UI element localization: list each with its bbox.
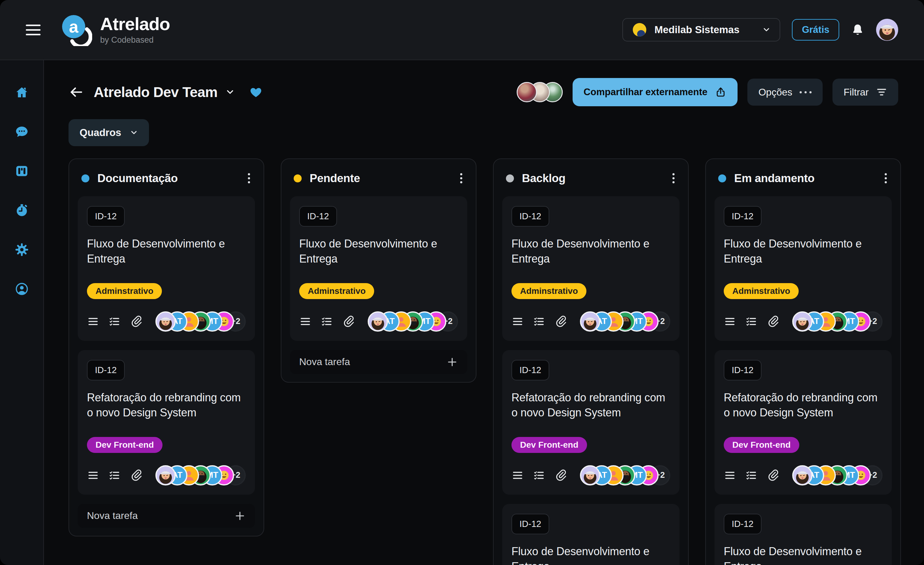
share-icon [715, 86, 726, 98]
task-id-badge: ID-12 [512, 360, 549, 381]
chevron-down-icon [130, 129, 138, 136]
task-card[interactable]: ID-12 Refatoração do rebranding com o no… [714, 350, 892, 495]
avatar-memoji-girl [155, 311, 176, 332]
attachment-paperclip-icon [555, 469, 567, 481]
task-tag: Adminstrativo [87, 283, 162, 299]
task-card[interactable]: ID-12 Fluxo de Desenvolvimento e Entrega… [502, 196, 680, 341]
card-indicators [724, 469, 779, 481]
menu-icon[interactable] [26, 25, 40, 35]
task-tag: Dev Front-end [724, 437, 799, 453]
avatar-memoji-girl [368, 311, 388, 332]
workspace-logo-icon [632, 22, 647, 37]
description-icon [87, 469, 99, 481]
options-button[interactable]: Opções [747, 79, 823, 106]
sidebar-item-chat[interactable] [15, 125, 29, 139]
card-list: ID-12 Fluxo de Desenvolvimento e Entrega… [502, 196, 680, 565]
column-status-dot [81, 174, 89, 182]
description-icon [724, 315, 736, 328]
column-menu-kebab-icon[interactable] [882, 170, 890, 186]
card-indicators [87, 469, 142, 481]
brand: Atrelado by Codebased [60, 13, 170, 46]
plan-badge-button[interactable]: Grátis [792, 19, 839, 40]
plus-icon [234, 510, 246, 522]
filter-button-label: Filtrar [843, 87, 869, 98]
app-name: Atrelado [100, 15, 170, 33]
avatar-memoji-girl [580, 311, 600, 332]
avatar-memoji-girl [792, 311, 813, 332]
task-card[interactable]: ID-12 Fluxo de Desenvolvimento e Entrega… [290, 196, 467, 341]
description-icon [724, 469, 736, 481]
checklist-icon [745, 315, 758, 328]
assignee-avatars: AT MT +2 [792, 311, 882, 332]
column-menu-kebab-icon[interactable] [245, 170, 253, 186]
column-backlog: Backlog ID-12 Fluxo de Desenvolvimento e… [493, 159, 689, 565]
column-title: Pendente [310, 172, 360, 185]
ellipsis-icon [800, 91, 812, 93]
task-title: Fluxo de Desenvolvimento e Entrega [87, 237, 246, 267]
task-id-badge: ID-12 [724, 360, 762, 381]
description-icon [299, 315, 312, 328]
sidebar-item-boards[interactable] [15, 164, 29, 178]
main-content: Atrelado Dev Team Compartilhar extername… [44, 60, 924, 565]
workspace-selector[interactable]: Medilab Sistemas [622, 18, 780, 42]
topbar-actions: Medilab Sistemas Grátis [622, 18, 898, 42]
assignee-avatars: AT MT +2 [580, 465, 670, 486]
column-header: Em andamento [714, 168, 892, 186]
task-card[interactable]: ID-12 Refatoração do rebranding com o no… [78, 350, 255, 495]
user-avatar[interactable] [876, 19, 898, 41]
atrelado-logo-icon [60, 13, 92, 46]
card-indicators [299, 315, 354, 328]
favorite-heart-icon[interactable] [249, 85, 263, 99]
filter-button[interactable]: Filtrar [832, 79, 898, 106]
card-meta: AT MT +2 [512, 311, 670, 332]
view-selector-label: Quadros [80, 127, 122, 138]
column-pendente: Pendente ID-12 Fluxo de Desenvolvimento … [281, 159, 476, 383]
column-documentacao: Documentação ID-12 Fluxo de Desenvolvime… [69, 159, 264, 537]
column-menu-kebab-icon[interactable] [669, 170, 678, 186]
filter-lines-icon [876, 87, 887, 97]
new-task-row[interactable]: Nova tarefa [290, 350, 467, 374]
column-status-dot [506, 174, 514, 182]
task-card[interactable]: ID-12 Fluxo de Desenvolvimento e Entrega… [78, 196, 255, 341]
board-header: Atrelado Dev Team Compartilhar extername… [69, 78, 898, 106]
column-menu-kebab-icon[interactable] [457, 170, 465, 186]
sidebar [0, 60, 44, 565]
task-card[interactable]: ID-12 Refatoração do rebranding com o no… [502, 350, 680, 495]
task-card-partial[interactable]: ID-12 Fluxo de Desenvolvimento e Entrega [714, 504, 892, 565]
avatar-memoji-girl [792, 465, 813, 486]
share-externally-button[interactable]: Compartilhar externamente [573, 78, 738, 106]
stopwatch-icon [15, 203, 29, 217]
back-button[interactable] [69, 84, 84, 100]
checklist-icon [533, 315, 545, 328]
task-card-partial[interactable]: ID-12 Fluxo de Desenvolvimento e Entrega [502, 504, 680, 565]
sidebar-item-profile[interactable] [15, 282, 29, 296]
board-members[interactable] [517, 82, 563, 102]
task-title: Fluxo de Desenvolvimento e Entrega [512, 544, 670, 565]
task-id-badge: ID-12 [87, 206, 125, 226]
avatar-memoji-girl [580, 465, 600, 486]
app-window: Atrelado by Codebased Medilab Sistemas G… [0, 0, 924, 565]
task-title: Refatoração do rebranding com o novo Des… [512, 390, 670, 420]
board-header-actions: Compartilhar externamente Opções Filtrar [517, 78, 898, 106]
view-selector-quadros[interactable]: Quadros [69, 119, 149, 146]
workspace-name: Medilab Sistemas [654, 24, 740, 36]
task-id-badge: ID-12 [512, 206, 549, 226]
notifications-bell-icon[interactable] [851, 23, 864, 36]
card-indicators [512, 315, 567, 328]
task-title: Fluxo de Desenvolvimento e Entrega [512, 237, 670, 267]
task-card[interactable]: ID-12 Fluxo de Desenvolvimento e Entrega… [714, 196, 892, 341]
attachment-paperclip-icon [767, 315, 779, 328]
column-title: Em andamento [734, 172, 814, 185]
chevron-down-icon[interactable] [225, 87, 235, 97]
task-title: Fluxo de Desenvolvimento e Entrega [724, 544, 882, 565]
new-task-row[interactable]: Nova tarefa [78, 504, 255, 528]
sidebar-item-home[interactable] [15, 85, 29, 99]
task-id-badge: ID-12 [299, 206, 337, 226]
card-meta: AT MT +2 [299, 311, 458, 332]
task-id-badge: ID-12 [512, 514, 549, 534]
options-button-label: Opções [758, 87, 792, 98]
sidebar-item-settings[interactable] [15, 243, 29, 257]
sidebar-item-timer[interactable] [15, 203, 29, 217]
view-toolbar: Quadros [69, 119, 898, 146]
column-title: Backlog [522, 172, 566, 185]
